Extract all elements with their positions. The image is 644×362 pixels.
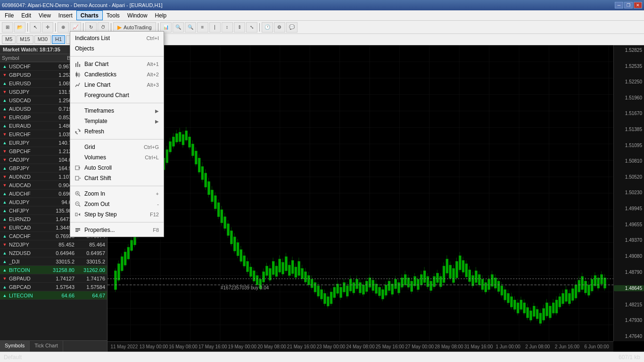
grid-shortcut: Ctrl+G xyxy=(134,144,159,150)
menu-properties[interactable]: Properties... F8 xyxy=(70,225,164,235)
candlestick-menu-icon xyxy=(74,71,82,78)
foreground-chart-label: Foreground Chart xyxy=(84,92,129,99)
title-text: 60986047: Alpari-ECN-Demo - Demo Account… xyxy=(2,2,163,8)
menu-bar-chart[interactable]: Bar Chart Alt+1 xyxy=(70,59,164,69)
divider-1 xyxy=(70,56,164,57)
objects-label: Objects xyxy=(75,45,94,52)
menu-candlesticks[interactable]: Candlesticks Alt+2 xyxy=(70,69,164,80)
svg-rect-367 xyxy=(75,213,77,216)
divider-5 xyxy=(70,222,164,222)
menu-section-4: Grid Ctrl+G Volumes Ctrl+L Auto Scroll C… xyxy=(70,140,164,185)
zoom-out-shortcut: - xyxy=(148,201,159,207)
volumes-label: Volumes xyxy=(84,154,106,161)
menu-zoom-in[interactable]: Zoom In + xyxy=(70,189,164,199)
menu-section-5: Zoom In + Zoom Out - Step by Step F12 xyxy=(70,187,164,221)
timeframes-arrow-icon: ▶ xyxy=(155,108,159,114)
svg-line-363 xyxy=(79,195,80,196)
charts-dropdown-menu: Indicators List Ctrl+I Objects Bar Chart… xyxy=(70,31,164,237)
menu-indicators-list[interactable]: Indicators List Ctrl+I xyxy=(70,33,164,43)
zoom-out-menu-icon xyxy=(74,200,82,208)
menu-zoom-out[interactable]: Zoom Out - xyxy=(70,199,164,209)
chart-shift-label: Chart Shift xyxy=(84,175,111,181)
step-menu-icon xyxy=(74,211,82,218)
divider-2 xyxy=(70,103,164,103)
menu-refresh[interactable]: Refresh xyxy=(70,126,164,137)
dropdown-overlay[interactable]: Indicators List Ctrl+I Objects Bar Chart… xyxy=(0,10,644,362)
minimize-button[interactable]: ─ xyxy=(615,2,623,8)
auto-scroll-label: Auto Scroll xyxy=(84,165,112,171)
svg-rect-369 xyxy=(75,228,80,229)
svg-marker-368 xyxy=(78,213,80,216)
svg-rect-349 xyxy=(78,74,80,76)
title-bar-buttons: ─ ❐ ✕ xyxy=(615,2,642,8)
restore-button[interactable]: ❐ xyxy=(624,2,633,8)
menu-section-1: Indicators List Ctrl+I Objects xyxy=(70,32,164,55)
menu-section-3: Timeframes ▶ Template ▶ Refresh xyxy=(70,104,164,138)
menu-objects[interactable]: Objects xyxy=(70,43,164,54)
svg-rect-345 xyxy=(79,64,80,67)
zoom-in-menu-icon xyxy=(74,190,82,197)
svg-rect-357 xyxy=(75,176,79,180)
indicators-list-label: Indicators List xyxy=(75,35,110,41)
grid-label: Grid xyxy=(84,144,95,150)
svg-line-366 xyxy=(79,205,80,206)
line-chart-menu-icon xyxy=(74,81,82,89)
zoom-in-label: Zoom In xyxy=(84,190,105,197)
menu-template[interactable]: Template ▶ xyxy=(70,116,164,126)
timeframes-label: Timeframes xyxy=(84,107,114,114)
svg-marker-356 xyxy=(79,167,80,169)
properties-menu-icon xyxy=(74,226,82,234)
svg-rect-371 xyxy=(75,231,78,232)
bar-chart-icon xyxy=(74,60,82,68)
bar-chart-shortcut: Alt+1 xyxy=(138,61,159,67)
bar-chart-label: Bar Chart xyxy=(84,61,108,67)
zoom-in-shortcut: + xyxy=(147,191,159,197)
menu-section-2: Bar Chart Alt+1 Candlesticks Alt+2 Line … xyxy=(70,58,164,102)
candlesticks-label: Candlesticks xyxy=(84,71,116,78)
refresh-menu-icon xyxy=(74,128,82,135)
divider-4 xyxy=(70,186,164,186)
svg-marker-353 xyxy=(75,131,77,133)
line-chart-shortcut: Alt+3 xyxy=(138,82,159,88)
menu-volumes[interactable]: Volumes Ctrl+L xyxy=(70,152,164,163)
line-chart-label: Line Chart xyxy=(84,82,110,88)
refresh-label: Refresh xyxy=(84,128,104,135)
svg-rect-370 xyxy=(75,230,80,230)
candlesticks-shortcut: Alt+2 xyxy=(138,72,159,77)
template-arrow-icon: ▶ xyxy=(155,119,159,124)
svg-rect-343 xyxy=(75,63,76,67)
menu-foreground-chart[interactable]: Foreground Chart xyxy=(70,90,164,100)
zoom-out-label: Zoom Out xyxy=(84,201,109,207)
properties-shortcut: F8 xyxy=(143,227,159,233)
chart-shift-menu-icon xyxy=(74,174,82,182)
menu-line-chart[interactable]: Line Chart Alt+3 xyxy=(70,80,164,90)
menu-auto-scroll[interactable]: Auto Scroll xyxy=(70,163,164,173)
step-by-step-shortcut: F12 xyxy=(140,212,159,217)
volumes-shortcut: Ctrl+L xyxy=(135,155,159,160)
close-button[interactable]: ✕ xyxy=(634,2,642,8)
template-label: Template xyxy=(84,118,107,124)
properties-label: Properties... xyxy=(84,227,115,233)
menu-section-6: Properties... F8 xyxy=(70,223,164,237)
svg-marker-359 xyxy=(80,178,81,179)
menu-timeframes[interactable]: Timeframes ▶ xyxy=(70,106,164,116)
step-by-step-label: Step by Step xyxy=(84,211,117,218)
svg-rect-346 xyxy=(76,73,77,76)
menu-step-by-step[interactable]: Step by Step F12 xyxy=(70,209,164,220)
indicators-list-shortcut: Ctrl+I xyxy=(146,35,159,41)
svg-rect-344 xyxy=(77,62,78,67)
menu-grid[interactable]: Grid Ctrl+G xyxy=(70,142,164,152)
auto-scroll-menu-icon xyxy=(74,164,82,172)
menu-chart-shift[interactable]: Chart Shift xyxy=(70,173,164,183)
svg-marker-352 xyxy=(79,130,81,132)
title-bar: 60986047: Alpari-ECN-Demo - Demo Account… xyxy=(0,0,644,10)
divider-3 xyxy=(70,139,164,140)
